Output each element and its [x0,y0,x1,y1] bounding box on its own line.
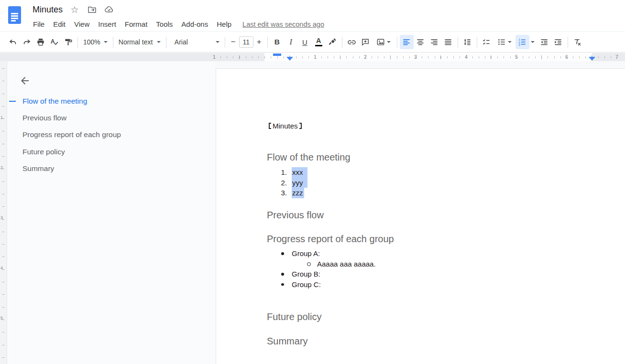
font-size-input[interactable]: 11 [239,36,253,48]
selected-text: zzz [292,188,304,198]
document-page[interactable]: Minutes Flow of the meeting 1. xxx 2. yy… [216,68,625,364]
link-icon [347,37,357,47]
text-color-button[interactable]: A [312,35,326,49]
menu-insert[interactable]: Insert [94,19,121,29]
print-button[interactable] [33,35,47,49]
folder-move-icon [87,5,97,15]
ruler-label: 6 [565,54,568,60]
insert-comment-button[interactable] [359,35,373,49]
ruler-label: 7 [615,54,618,60]
move-to-folder-button[interactable] [87,4,97,15]
toolbar-divider [113,37,113,48]
heading-flow-of-the-meeting[interactable]: Flow of the meeting [267,151,351,163]
menu-edit[interactable]: Edit [49,19,70,29]
outline-item-future-policy[interactable]: Future policy [7,143,215,160]
zoom-select[interactable]: 100% [80,35,110,49]
insert-image-button[interactable] [373,35,395,49]
star-button[interactable]: ☆ [69,4,80,15]
decrease-indent-icon [539,37,549,47]
highlight-color-button[interactable] [326,35,340,49]
left-indent-marker[interactable] [286,57,293,61]
outline-item-previous-flow[interactable]: Previous flow [7,109,215,126]
menu-file[interactable]: File [33,19,49,29]
outline-item-progress-report[interactable]: Progress report of each group [7,127,215,143]
align-left-button[interactable] [400,35,414,49]
doc-paragraph-bracket-title[interactable]: Minutes [216,121,625,131]
selected-text: xxx [292,167,307,178]
list-number: 2. [274,178,287,188]
align-right-button[interactable] [428,35,441,49]
list-item[interactable]: 1. xxx [216,167,625,178]
heading-future-policy[interactable]: Future policy [267,310,322,323]
redo-icon [22,37,32,47]
heading-progress-report[interactable]: Progress report of each group [267,233,394,245]
font-family-select[interactable]: Arial [169,35,222,49]
docs-logo-lines [11,13,18,22]
outline-item-flow-of-the-meeting[interactable]: Flow of the meeting [7,93,215,109]
paragraph-style-select[interactable]: Normal text [116,35,164,49]
undo-icon [8,37,18,47]
outline-item-summary[interactable]: Summary [7,161,215,177]
list-item[interactable]: Group C: [216,279,625,290]
first-line-indent-marker[interactable] [273,54,281,56]
italic-button[interactable]: I [284,35,298,49]
list-item[interactable]: Group A: [216,248,625,259]
toolbar-divider [166,37,166,48]
decrease-indent-button[interactable] [537,35,551,49]
text-color-icon: A [315,38,322,46]
bold-button[interactable]: B [270,35,284,49]
decrease-font-size-button[interactable]: − [228,37,239,47]
print-icon [36,37,45,47]
checklist-button[interactable] [480,35,493,49]
line-spacing-button[interactable] [461,35,474,49]
last-edit-status-link[interactable]: Last edit was seconds ago [242,21,324,28]
menu-view[interactable]: View [70,19,94,29]
clear-formatting-button[interactable] [570,35,584,49]
document-title[interactable]: Minutes [33,4,63,15]
chevron-down-icon[interactable] [508,41,512,43]
heading-previous-flow[interactable]: Previous flow [267,209,324,221]
right-indent-marker[interactable] [589,57,595,61]
menu-help[interactable]: Help [212,19,236,29]
paint-format-button[interactable] [61,35,75,49]
numbered-list-button[interactable]: 1 2 3 [515,35,529,49]
spell-check-button[interactable]: A [47,35,61,49]
menu-tools[interactable]: Tools [152,19,177,29]
chevron-down-icon[interactable] [531,41,535,43]
list-item[interactable]: Group B: [216,269,625,279]
clear-formatting-icon [572,37,582,47]
document-canvas: Minutes Flow of the meeting 1. xxx 2. yy… [215,61,625,364]
justify-button[interactable] [441,35,455,49]
bulleted-list-button[interactable] [493,35,515,49]
heading-summary[interactable]: Summary [267,335,308,347]
chevron-down-icon [157,41,161,43]
font-family-value: Arial [175,38,188,46]
checklist-icon [482,37,491,47]
increase-font-size-button[interactable]: + [253,37,265,47]
list-item[interactable]: 2. yyy [216,178,625,188]
underline-button[interactable]: U [298,35,312,49]
image-icon [376,37,385,47]
toolbar-divider [477,37,477,48]
list-item[interactable]: 3. zzz [216,188,625,198]
align-center-button[interactable] [414,35,428,49]
vertical-ruler: 1 2 3 4 5 [0,61,7,364]
menu-addons[interactable]: Add-ons [177,19,212,29]
docs-logo-icon[interactable] [8,6,21,24]
outline-list: Flow of the meeting Previous flow Progre… [7,93,215,177]
redo-button[interactable] [20,35,33,49]
insert-link-button[interactable] [345,35,359,49]
numbered-list-icon: 1 2 3 [517,37,527,47]
menu-format[interactable]: Format [121,19,152,29]
list-item[interactable]: Aaaaa aaa aaaaa. [216,259,625,269]
chevron-down-icon [104,41,108,43]
spell-check-icon: A [49,37,59,47]
close-outline-button[interactable] [19,75,31,87]
increase-indent-button[interactable] [551,35,565,49]
bulleted-list-icon [497,37,506,47]
undo-button[interactable] [6,35,20,49]
document-status-button[interactable] [104,4,114,15]
chevron-down-icon[interactable] [387,41,391,43]
paint-format-icon [64,37,73,47]
toolbar-divider [568,37,568,48]
